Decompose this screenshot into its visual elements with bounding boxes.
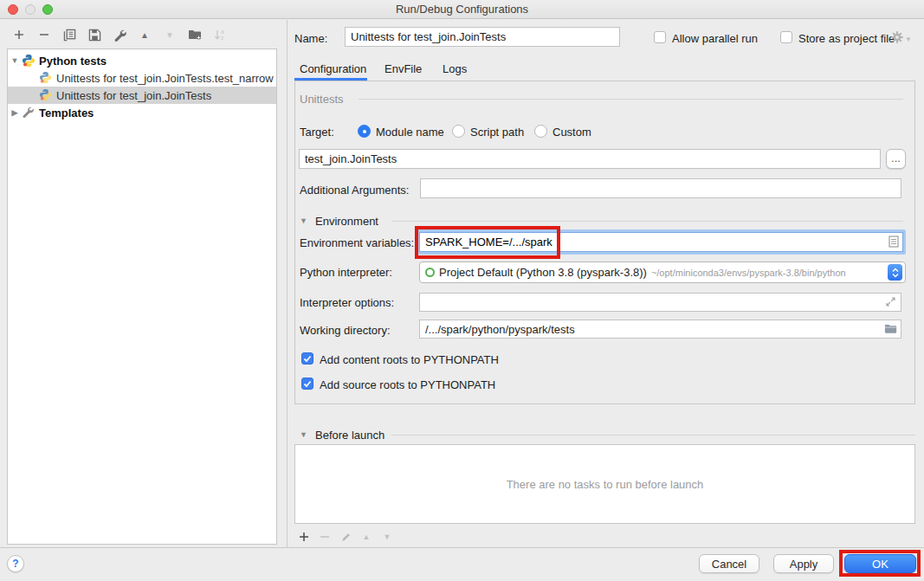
browse-variables-icon[interactable] [888, 236, 899, 250]
configurations-tree: ▼ Python tests Unittests for test_join.J… [7, 48, 277, 545]
section-divider [391, 435, 915, 436]
target-input[interactable] [299, 149, 881, 169]
svg-text:z: z [221, 35, 223, 41]
target-script-path-label[interactable]: Script path [470, 126, 524, 139]
name-input[interactable] [345, 27, 620, 47]
target-label: Target: [300, 126, 334, 139]
target-script-path-radio[interactable] [452, 125, 465, 138]
target-module-name-radio[interactable] [358, 125, 371, 138]
move-task-up-icon: ▲ [360, 531, 372, 543]
expand-arrow-icon[interactable]: ▶ [8, 108, 22, 117]
environment-section-title: Environment [315, 215, 378, 228]
combobox-stepper-icon[interactable] [888, 264, 902, 281]
help-button[interactable]: ? [7, 555, 24, 572]
target-custom-radio[interactable] [534, 125, 547, 138]
before-launch-section-title: Before launch [315, 429, 384, 442]
collapse-arrow-icon[interactable]: ▼ [8, 56, 22, 65]
add-configuration-icon[interactable] [12, 28, 26, 42]
collapse-arrow-icon[interactable]: ▼ [300, 216, 307, 225]
additional-arguments-input[interactable] [420, 178, 901, 198]
target-module-name-label[interactable]: Module name [376, 126, 444, 139]
python-icon [22, 54, 36, 68]
tree-item-python-tests[interactable]: ▼ Python tests [8, 52, 276, 69]
run-debug-configurations-dialog: Run/Debug Configurations ▲ ▼ az ▼ [0, 0, 924, 581]
store-as-project-file-checkbox[interactable] [780, 31, 792, 43]
copy-configuration-icon[interactable] [62, 28, 76, 42]
footer-divider [0, 547, 924, 548]
tree-item-label: Unittests for test_join.JoinTests [56, 89, 211, 102]
section-divider [359, 99, 903, 100]
add-task-icon[interactable] [298, 531, 310, 543]
name-label: Name: [294, 32, 327, 45]
tree-item-unittests-jointests-selected[interactable]: Unittests for test_join.JoinTests [8, 87, 276, 104]
save-configuration-icon[interactable] [87, 28, 101, 42]
before-launch-empty-message: There are no tasks to run before launch [295, 478, 914, 491]
conda-environment-icon [425, 268, 435, 277]
tree-item-templates[interactable]: ▶ Templates [8, 104, 276, 121]
tab-envfile[interactable]: EnvFile [384, 62, 422, 75]
section-divider [391, 221, 903, 222]
edit-task-pencil-icon [339, 531, 352, 543]
tab-configuration[interactable]: Configuration [300, 62, 366, 75]
remove-task-icon [319, 531, 331, 543]
tree-item-label: Templates [39, 107, 94, 119]
highlight-box-environment-variables [415, 226, 560, 259]
panel-splitter[interactable] [287, 20, 288, 547]
before-launch-toolbar: ▲ ▼ [298, 529, 393, 545]
tree-item-unittests-test-narrow[interactable]: Unittests for test_join.JoinTests.test_n… [8, 69, 276, 87]
window-title: Run/Debug Configurations [0, 3, 924, 16]
create-new-folder-icon[interactable] [188, 28, 202, 42]
gear-icon[interactable] [890, 30, 904, 47]
edit-templates-icon[interactable] [113, 28, 126, 42]
cancel-button[interactable]: Cancel [699, 554, 759, 573]
tab-logs[interactable]: Logs [443, 62, 467, 75]
sort-configurations-icon: az [213, 28, 227, 42]
collapse-arrow-icon[interactable]: ▼ [300, 430, 307, 439]
title-bar: Run/Debug Configurations [0, 0, 924, 19]
interpreter-path: ~/opt/miniconda3/envs/pyspark-3.8/bin/py… [651, 268, 905, 278]
before-launch-task-list: There are no tasks to run before launch [294, 444, 915, 524]
apply-button[interactable]: Apply [773, 554, 834, 573]
allow-parallel-run-label: Allow parallel run [672, 32, 758, 45]
add-content-roots-label: Add content roots to PYTHONPATH [320, 353, 499, 366]
store-as-project-file-label: Store as project file [798, 32, 895, 45]
interpreter-value: Project Default (Python 3.8 (pyspark-3.8… [439, 266, 647, 279]
python-test-icon [39, 88, 53, 102]
configurations-toolbar: ▲ ▼ az [12, 27, 227, 42]
interpreter-options-label: Interpreter options: [300, 296, 394, 309]
target-custom-label[interactable]: Custom [552, 126, 591, 139]
working-directory-input[interactable] [419, 320, 901, 339]
templates-wrench-icon [22, 106, 36, 119]
add-content-roots-checkbox[interactable] [301, 352, 313, 365]
allow-parallel-run-checkbox[interactable] [654, 31, 666, 43]
folder-icon[interactable] [884, 323, 897, 337]
add-source-roots-checkbox[interactable] [301, 378, 313, 390]
additional-arguments-label: Additional Arguments: [300, 184, 409, 197]
interpreter-options-input[interactable] [419, 293, 901, 312]
svg-text:a: a [221, 29, 224, 35]
move-task-down-icon: ▼ [381, 531, 393, 543]
python-interpreter-select[interactable]: Project Default (Python 3.8 (pyspark-3.8… [419, 261, 906, 283]
remove-configuration-icon[interactable] [37, 28, 51, 42]
move-up-icon[interactable]: ▲ [138, 28, 152, 42]
tree-item-label: Python tests [39, 55, 107, 68]
add-source-roots-label: Add source roots to PYTHONPATH [320, 378, 495, 391]
tree-item-label: Unittests for test_join.JoinTests.test_n… [56, 72, 274, 85]
unittests-section-title: Unittests [300, 93, 344, 106]
environment-variables-label: Environment variables: [300, 236, 414, 249]
highlight-box-ok-button [839, 550, 921, 577]
python-test-icon [39, 71, 53, 85]
python-interpreter-label: Python interpreter: [300, 266, 392, 279]
chevron-down-icon: ▼ [905, 36, 912, 43]
expand-field-icon[interactable] [885, 296, 896, 310]
browse-button[interactable]: ... [886, 149, 906, 169]
working-directory-label: Working directory: [300, 324, 391, 337]
move-down-icon: ▼ [163, 28, 177, 42]
